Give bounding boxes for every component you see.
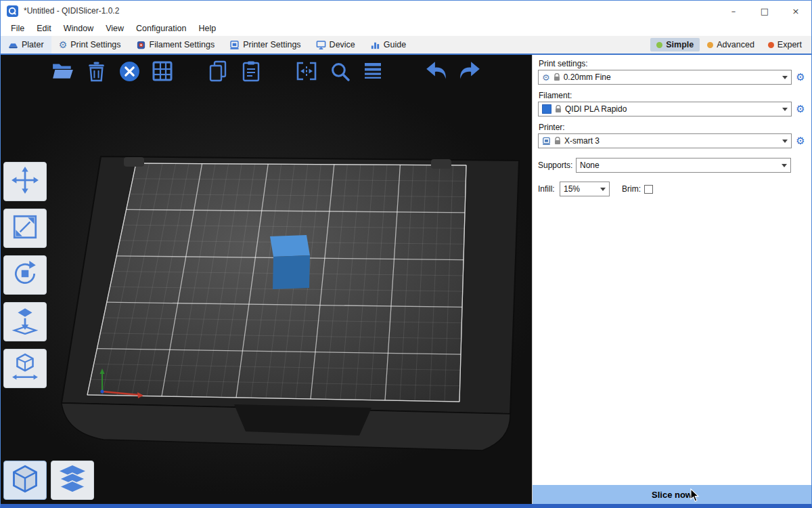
mode-expert[interactable]: Expert [762,38,808,51]
filament-color-swatch [542,104,551,114]
app-window: *Untitled - QIDISlicer-1.0.2 – □ × File … [0,0,812,508]
tab-label: Plater [22,40,44,49]
tab-label: Device [330,40,355,49]
print-settings-gear-button[interactable]: ⚙ [795,71,806,83]
open-button[interactable] [50,60,76,85]
viewport-canvas[interactable] [1,55,532,504]
infill-combo[interactable]: 15% [560,182,610,196]
maximize-button[interactable]: □ [749,1,780,21]
redo-button[interactable] [457,60,482,85]
search-button[interactable] [327,60,353,85]
window-title: *Untitled - QIDISlicer-1.0.2 [24,6,119,16]
tabbar: Plater ⚙ Print Settings Filament Setting… [1,36,811,55]
measure-icon [11,353,39,384]
supports-combo[interactable]: None [576,158,791,173]
view-toolbar [3,461,94,500]
printer-value: X-smart 3 [564,136,776,146]
printer-handle-notch [234,404,371,436]
expert-mode-dot-icon [768,42,774,48]
move-button[interactable] [3,162,47,201]
bed-clip [431,159,451,169]
tab-label: Guide [384,40,406,49]
filament-spool-icon [136,40,146,50]
dropdown-arrow-icon [782,108,788,111]
printer-gear-button[interactable]: ⚙ [795,135,806,147]
delete-button[interactable] [83,60,109,85]
gizmo-toolbar [3,162,47,388]
tab-label: Filament Settings [150,40,215,49]
tab-device[interactable]: Device [309,36,363,54]
copy-icon [208,60,227,85]
printer-combo[interactable]: X-smart 3 [538,133,792,148]
split-objects-button[interactable] [294,60,319,85]
measure-button[interactable] [3,349,47,388]
place-on-face-icon [11,306,39,337]
mode-simple[interactable]: Simple [650,38,700,51]
printer-label: Printer: [539,123,806,132]
menu-configuration[interactable]: Configuration [130,24,192,33]
bars-icon [370,40,380,50]
print-settings-value: 0.20mm Fine [564,72,776,82]
filament-gear-button[interactable]: ⚙ [795,103,806,115]
brim-checkbox[interactable] [644,185,653,194]
search-icon [330,61,351,85]
copy-button[interactable] [205,60,231,85]
lock-icon [554,73,560,81]
brim-label: Brim: [622,184,641,194]
tab-printer-settings[interactable]: Printer Settings [222,36,308,54]
mode-advanced[interactable]: Advanced [701,38,761,51]
bed-clip [124,157,144,167]
tab-filament-settings[interactable]: Filament Settings [129,36,223,54]
sliced-layers-icon [57,465,88,496]
arrange-grid-icon [152,61,173,84]
move-icon [11,166,39,197]
close-button[interactable]: × [780,1,811,21]
minimize-button[interactable]: – [718,1,749,21]
cube-3d-view-icon [10,464,40,496]
layer-lines-icon [363,61,383,84]
redo-icon [457,60,482,85]
settings-sidebar: Print settings: ⚙ 0.20mm Fine ⚙ Filament… [532,55,811,504]
print-settings-label: Print settings: [539,59,806,68]
place-on-face-button[interactable] [3,302,47,341]
rotate-icon [11,259,39,291]
variable-layer-height-button[interactable] [360,60,386,85]
trash-icon [87,61,106,85]
lock-icon [555,105,562,113]
undo-button[interactable] [424,60,449,85]
slice-now-button[interactable]: Slice now [533,485,811,504]
menu-file[interactable]: File [5,24,30,33]
mode-switcher: Simple Advanced Expert [650,36,811,54]
editor-view-button[interactable] [3,461,47,500]
paste-button[interactable] [238,60,264,85]
supports-value: None [580,161,775,170]
tab-plater[interactable]: Plater [1,36,51,54]
app-logo-icon [7,5,18,17]
split-objects-icon [296,61,317,84]
model-cube[interactable] [270,235,310,289]
menu-view[interactable]: View [99,24,130,33]
printer-icon [542,137,551,146]
menubar: File Edit Window View Configuration Help [1,21,811,36]
menu-help[interactable]: Help [192,24,222,33]
tab-label: Printer Settings [243,40,300,49]
window-controls: – □ × [718,1,811,21]
object-toolbar [1,60,532,85]
gear-icon: ⚙ [542,73,550,82]
scale-button[interactable] [3,209,47,248]
tab-guide[interactable]: Guide [363,36,413,54]
menu-window[interactable]: Window [58,24,99,33]
print-settings-combo[interactable]: ⚙ 0.20mm Fine [538,70,792,85]
arrange-button[interactable] [150,60,175,85]
tab-print-settings[interactable]: ⚙ Print Settings [51,36,129,54]
viewport-3d[interactable] [1,55,532,504]
tabs: Plater ⚙ Print Settings Filament Setting… [1,36,413,54]
main-area: Print settings: ⚙ 0.20mm Fine ⚙ Filament… [1,55,811,504]
filament-combo[interactable]: QIDI PLA Rapido [538,102,792,117]
rotate-button[interactable] [3,255,47,295]
preview-button[interactable] [51,461,94,500]
delete-all-button[interactable] [116,60,142,85]
open-folder-icon [51,62,74,83]
undo-icon [424,60,449,85]
menu-edit[interactable]: Edit [30,24,58,33]
